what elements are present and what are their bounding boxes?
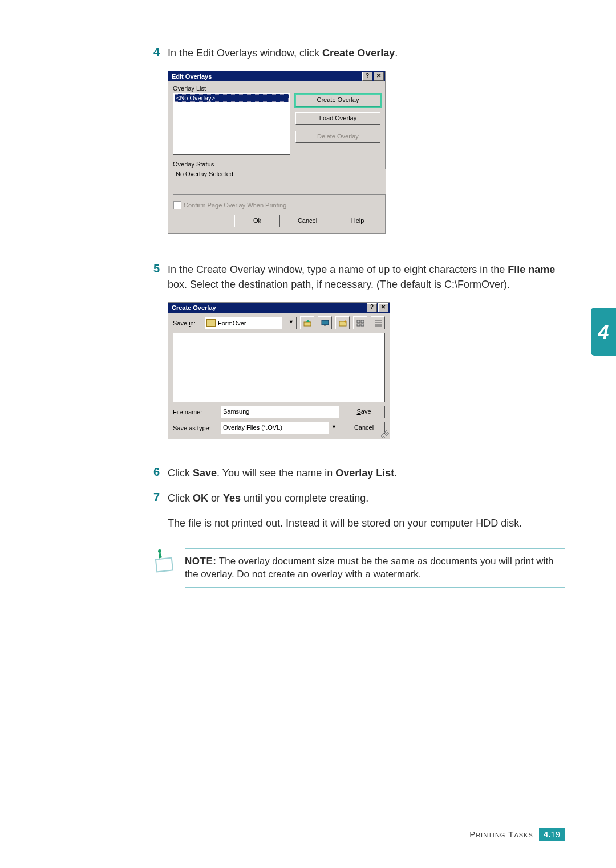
ok-button[interactable]: Ok xyxy=(234,215,280,227)
step-7-extra: The file is not printed out. Instead it … xyxy=(168,516,565,531)
folder-icon xyxy=(206,319,216,327)
help-icon[interactable]: ? xyxy=(367,303,377,312)
create-overlay-dialog: Create Overlay ? ✕ Save in: FormOver ▼ xyxy=(168,302,390,439)
svg-rect-7 xyxy=(361,324,364,326)
close-icon[interactable]: ✕ xyxy=(378,303,388,312)
save-as-type-combo[interactable]: Overlay Files (*.OVL) xyxy=(221,422,329,434)
svg-rect-1 xyxy=(322,320,329,325)
resize-grip-icon[interactable] xyxy=(381,430,389,438)
delete-overlay-button: Delete Overlay xyxy=(295,131,380,143)
dialog-title: Edit Overlays xyxy=(172,73,212,80)
details-view-icon[interactable] xyxy=(371,316,385,329)
svg-rect-0 xyxy=(304,322,311,326)
dialog-titlebar: Edit Overlays ? ✕ xyxy=(168,71,385,81)
step-6-text: Click Save. You will see the name in Ove… xyxy=(168,466,397,480)
help-icon[interactable]: ? xyxy=(362,72,372,81)
step-4-text: In the Edit Overlays window, click Creat… xyxy=(168,46,398,60)
confirm-overlay-checkbox-row: Confirm Page Overlay When Printing xyxy=(173,201,380,209)
dialog2-title: Create Overlay xyxy=(172,304,216,311)
close-icon[interactable]: ✕ xyxy=(374,72,384,81)
up-one-level-icon[interactable] xyxy=(300,316,314,329)
load-overlay-button[interactable]: Load Overlay xyxy=(295,112,380,125)
save-in-combo[interactable]: FormOver xyxy=(205,317,282,329)
svg-rect-6 xyxy=(357,324,360,326)
note-pin-icon xyxy=(148,548,177,578)
desktop-icon[interactable] xyxy=(318,316,332,329)
step-6-number: 6 xyxy=(148,466,160,480)
file-list-area[interactable] xyxy=(173,333,385,402)
file-name-input[interactable]: Samsung xyxy=(221,406,339,418)
save-in-label: Save in: xyxy=(173,320,201,327)
note-text: NOTE: The overlay document size must be … xyxy=(185,548,565,588)
new-folder-icon[interactable] xyxy=(335,316,350,329)
step-5-text: In the Create Overlay window, type a nam… xyxy=(168,262,565,292)
file-name-label: File name: xyxy=(173,409,217,415)
overlay-list-item[interactable]: <No Overlay> xyxy=(175,94,289,102)
chapter-tab: 4 xyxy=(591,308,616,356)
help-button[interactable]: Help xyxy=(335,215,380,227)
edit-overlays-dialog: Edit Overlays ? ✕ Overlay List <No Overl… xyxy=(168,71,386,234)
page-footer: Printing Tasks 4.19 xyxy=(469,828,565,841)
dialog2-titlebar: Create Overlay ? ✕ xyxy=(168,303,390,313)
chevron-down-icon[interactable]: ▼ xyxy=(286,317,297,329)
overlay-status-label: Overlay Status xyxy=(173,161,380,168)
save-button[interactable]: Save xyxy=(343,406,385,418)
overlay-status-box: No Overlay Selected xyxy=(173,169,386,195)
create-overlay-button[interactable]: Create Overlay xyxy=(295,94,380,107)
cancel-button[interactable]: Cancel xyxy=(285,215,330,227)
list-view-icon[interactable] xyxy=(353,316,367,329)
overlay-listbox[interactable]: <No Overlay> xyxy=(173,93,290,155)
footer-page-number: 4.19 xyxy=(539,828,565,841)
step-7-number: 7 xyxy=(148,491,160,506)
save-as-type-label: Save as type: xyxy=(173,425,217,431)
cancel-button[interactable]: Cancel xyxy=(343,422,385,434)
overlay-list-label: Overlay List xyxy=(173,85,290,92)
svg-rect-2 xyxy=(324,325,326,326)
confirm-overlay-checkbox xyxy=(173,201,181,209)
step-5-number: 5 xyxy=(148,262,160,292)
svg-rect-12 xyxy=(156,557,173,572)
svg-rect-5 xyxy=(361,320,364,323)
footer-label: Printing Tasks xyxy=(469,829,533,839)
svg-point-13 xyxy=(158,549,161,553)
step-7-text: Click OK or Yes until you complete creat… xyxy=(168,491,368,506)
chevron-down-icon[interactable]: ▼ xyxy=(329,422,339,434)
svg-rect-4 xyxy=(357,320,360,323)
step-4-number: 4 xyxy=(148,46,160,60)
